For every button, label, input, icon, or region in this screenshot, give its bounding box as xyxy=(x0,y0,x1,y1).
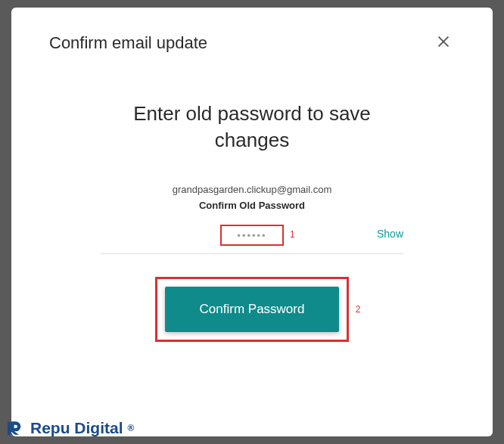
svg-rect-2 xyxy=(8,421,10,434)
annotation-label-2: 2 xyxy=(356,304,361,315)
modal-title: Confirm email update xyxy=(49,33,207,53)
confirm-email-modal: Confirm email update Enter old password … xyxy=(11,8,493,436)
email-display: grandpasgarden.clickup@gmail.com xyxy=(49,184,455,195)
brand-registered: ® xyxy=(128,423,135,433)
brand-name: Repu Digital xyxy=(30,419,123,437)
brand-logo-icon xyxy=(8,418,27,438)
annotation-box-1 xyxy=(220,225,284,246)
modal-header: Confirm email update xyxy=(49,30,455,55)
annotation-label-1: 1 xyxy=(290,229,295,240)
instruction-text: Enter old password to save changes xyxy=(49,101,455,154)
brand-watermark: Repu Digital® xyxy=(8,418,134,438)
close-button[interactable] xyxy=(432,30,455,55)
show-password-button[interactable]: Show xyxy=(377,228,403,240)
password-input[interactable] xyxy=(231,230,273,241)
confirm-password-button[interactable]: Confirm Password xyxy=(165,287,340,332)
annotation-box-2: Confirm Password 2 xyxy=(155,277,350,342)
password-row: 1 Show xyxy=(101,225,403,254)
modal-content: Enter old password to save changes grand… xyxy=(49,101,455,342)
close-icon xyxy=(435,33,452,50)
password-field-label: Confirm Old Password xyxy=(49,200,455,211)
